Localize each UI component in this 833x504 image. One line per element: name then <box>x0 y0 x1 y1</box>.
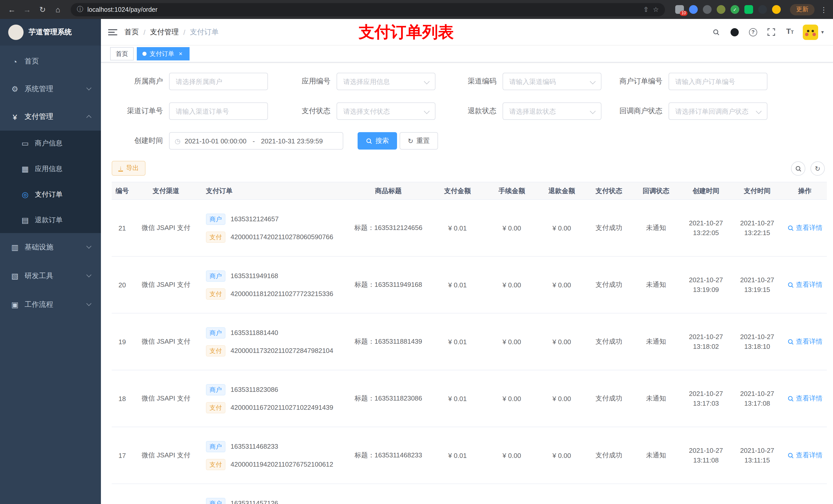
search-icon[interactable] <box>711 26 722 38</box>
cell-pay-time: 2021-10-2713:11:15 <box>732 427 783 483</box>
sidebar-item-home[interactable]: ◔ 首页 <box>0 48 101 75</box>
app-select[interactable] <box>337 73 435 90</box>
avatar-caret-icon[interactable]: ▾ <box>821 29 824 35</box>
fullscreen-icon[interactable] <box>766 26 777 38</box>
toggle-search-icon[interactable] <box>791 161 805 176</box>
extension-drop-icon[interactable] <box>689 5 698 14</box>
merchant-order-no-field[interactable] <box>669 73 767 90</box>
github-icon[interactable] <box>729 26 740 38</box>
pay-order-no: 4200001173202110272847982104 <box>231 347 333 355</box>
cell-amount: ¥ 0.01 <box>429 427 486 483</box>
sidebar-item-infra[interactable]: ▥ 基础设施 <box>0 233 101 262</box>
font-size-icon[interactable]: TT <box>784 26 795 38</box>
sidebar-item-label: 研发工具 <box>25 271 53 281</box>
extension-dark-icon[interactable] <box>703 5 712 14</box>
notify-status-select[interactable] <box>669 102 767 120</box>
breadcrumb-payment[interactable]: 支付管理 <box>150 27 179 37</box>
share-icon[interactable]: ⇧ <box>643 6 649 13</box>
sidebar-item-label: 基础设施 <box>25 243 53 252</box>
download-icon: ↓ <box>118 165 123 172</box>
refund-status-input[interactable] <box>503 107 601 115</box>
tab-close-icon[interactable]: × <box>177 50 184 57</box>
sidebar-item-devtools[interactable]: ▧ 研发工具 <box>0 262 101 290</box>
view-detail-link[interactable]: 查看详情 <box>787 337 823 346</box>
reset-button[interactable]: ↻ 重置 <box>400 132 438 149</box>
pay-status-select[interactable] <box>337 102 435 120</box>
sidebar-item-pay-order[interactable]: ◎ 支付订单 <box>0 182 101 208</box>
refund-status-select[interactable] <box>503 102 601 120</box>
browser-menu-icon[interactable]: ⋮ <box>820 5 828 14</box>
merchant-select[interactable] <box>169 73 268 90</box>
channel-order-no-field[interactable] <box>169 102 268 120</box>
extension-olive-icon[interactable] <box>717 5 725 14</box>
sidebar-item-label: 系统管理 <box>25 85 53 94</box>
chevron-down-icon <box>86 272 91 278</box>
notify-status-input[interactable] <box>669 107 767 115</box>
refresh-icon: ↻ <box>408 137 413 145</box>
extension-check-icon[interactable]: ✓ <box>731 5 739 14</box>
site-info-icon[interactable]: ⓘ <box>77 5 83 14</box>
cell-status: 支付成功 <box>586 200 632 256</box>
view-detail-link[interactable]: 查看详情 <box>787 223 823 233</box>
browser-back-icon[interactable]: ← <box>5 3 19 16</box>
cell-status: 支付成功 <box>586 370 632 427</box>
sidebar-item-label: 商户信息 <box>35 139 63 148</box>
browser-home-icon[interactable]: ⌂ <box>51 3 65 16</box>
filter-label: 创建时间 <box>112 136 169 145</box>
cell-refund: ¥ 0.00 <box>538 257 586 313</box>
sidebar-item-merchant-info[interactable]: ▭ 商户信息 <box>0 130 101 156</box>
tab-pay-order[interactable]: 支付订单 × <box>137 47 190 61</box>
extension-chat-icon[interactable] <box>744 5 753 14</box>
channel-order-no-input[interactable] <box>170 107 267 115</box>
browser-forward-icon[interactable]: → <box>21 3 34 16</box>
browser-profile-avatar[interactable] <box>772 5 781 14</box>
view-detail-link[interactable]: 查看详情 <box>787 280 823 289</box>
tab-home[interactable]: 首页 <box>110 47 134 61</box>
merchant-order-no-input[interactable] <box>669 78 767 85</box>
extension-puzzle-icon[interactable]: 10 <box>675 5 684 14</box>
filter-label: 渠道编码 <box>445 77 503 86</box>
sidebar-item-refund-order[interactable]: ▤ 退款订单 <box>0 208 101 233</box>
cell-id: 21 <box>112 200 133 256</box>
search-button[interactable]: 搜索 <box>358 132 397 149</box>
channel-code-input[interactable] <box>503 78 601 85</box>
address-bar[interactable]: ⓘ localhost:1024/pay/order ⇧ ☆ <box>71 3 665 16</box>
sidebar-item-system[interactable]: ⚙ 系统管理 <box>0 75 101 103</box>
refresh-table-icon[interactable]: ↻ <box>810 161 825 176</box>
column-header: 支付渠道 <box>133 182 199 199</box>
channel-code-select[interactable] <box>503 73 601 90</box>
sidebar-item-payment[interactable]: ¥ 支付管理 <box>0 103 101 130</box>
pay-order-no: 4200001174202110278060590766 <box>231 233 333 241</box>
cell-pay-order: 商户1635311468233 支付4200001194202110276752… <box>199 427 348 483</box>
view-detail-link[interactable]: 查看详情 <box>787 394 823 403</box>
user-avatar[interactable] <box>803 24 818 40</box>
merchant-order-no: 1635311949168 <box>231 272 278 280</box>
sidebar-submenu-payment: ▭ 商户信息 ▦ 应用信息 ◎ 支付订单 ▤ 退款订单 <box>0 130 101 233</box>
table-row: 20 微信 JSAPI 支付 商户1635311949168 支付4200001… <box>112 257 827 313</box>
sidebar-toggle-icon[interactable] <box>108 29 117 35</box>
sidebar-item-workflow[interactable]: ▣ 工作流程 <box>0 290 101 319</box>
browser-reload-icon[interactable]: ↻ <box>36 3 49 16</box>
export-button[interactable]: ↓ 导出 <box>112 161 145 176</box>
bookmark-star-icon[interactable]: ☆ <box>653 6 659 13</box>
filter-label: 应用编号 <box>279 77 337 86</box>
app-select-input[interactable] <box>337 78 435 85</box>
date-range-picker[interactable]: ◷ 2021-10-01 00:00:00 - 2021-10-31 23:59… <box>169 132 343 149</box>
cell-pay-order: 商户1635311457126 支付 <box>199 484 348 504</box>
view-detail-link[interactable]: 查看详情 <box>787 451 823 460</box>
sidebar-item-app-info[interactable]: ▦ 应用信息 <box>0 156 101 182</box>
filter-pay-status: 支付状态 <box>279 102 435 120</box>
pay-status-input[interactable] <box>337 107 435 115</box>
breadcrumb-home[interactable]: 首页 <box>124 27 139 37</box>
browser-update-button[interactable]: 更新 <box>790 4 814 15</box>
filter-merchant-order-no: 商户订单编号 <box>611 73 767 90</box>
column-header: 回调状态 <box>632 182 680 199</box>
cell-pay-time: 2021-10-2713:22:15 <box>732 200 783 256</box>
date-end-value: 2021-10-31 23:59:59 <box>261 137 323 145</box>
help-icon[interactable]: ? <box>747 26 759 38</box>
merchant-tag: 商户 <box>206 384 225 395</box>
date-separator: - <box>251 137 257 145</box>
extension-pin-icon[interactable] <box>758 5 767 14</box>
cell-status: 支付成功 <box>586 427 632 483</box>
merchant-select-input[interactable] <box>170 78 267 85</box>
